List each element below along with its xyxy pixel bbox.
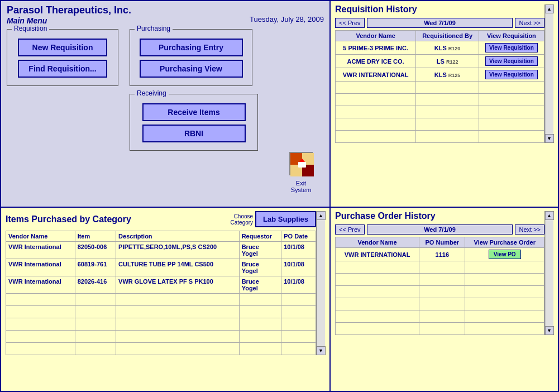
table-row: VWR INTERNATIONAL KLS R125 View Requisit… xyxy=(336,68,544,82)
items-purchased-title: Items Purchased by Category xyxy=(6,214,231,224)
req-by-cell: KLS R125 xyxy=(416,68,479,82)
exit-icon xyxy=(289,152,313,175)
view-po-button[interactable]: View PO xyxy=(489,250,521,259)
po-scroll-up[interactable]: ▲ xyxy=(545,211,554,220)
item-desc-cell: PIPETTE,SERO,10ML,PS,S CS200 xyxy=(116,242,240,259)
view-requisition-button[interactable]: View Requisition xyxy=(485,43,538,52)
item-vendor-cell: VWR International xyxy=(6,242,75,259)
po-num-cell: 1116 xyxy=(419,248,465,261)
item-requestor-cell: BruceYogel xyxy=(239,242,281,259)
item-date-cell: 10/1/08 xyxy=(281,242,316,259)
table-row: 5 PRIME-3 PRIME INC. KLS R120 View Requi… xyxy=(336,41,544,55)
req-by-cell: LS R122 xyxy=(416,55,479,68)
table-row: VWR INTERNATIONAL 1116 View PO xyxy=(336,248,544,261)
date-display: Tuesday, July 28, 2009 xyxy=(7,15,324,23)
table-row xyxy=(336,323,544,335)
list-item xyxy=(6,294,316,306)
table-row xyxy=(336,286,544,298)
item-col-desc: Description xyxy=(116,231,240,242)
req-view-cell: View Requisition xyxy=(479,68,544,82)
list-item xyxy=(6,343,316,355)
req-col-view: View Requisition xyxy=(479,31,544,41)
find-requisition-button[interactable]: Find Requisition... xyxy=(18,60,107,78)
category-button[interactable]: Lab Supplies xyxy=(255,211,316,227)
table-row xyxy=(336,131,544,143)
item-desc-cell: CULTURE TUBE PP 14ML CS500 xyxy=(116,259,240,276)
item-col-vendor: Vendor Name xyxy=(6,231,75,242)
choose-category-label: ChooseCategory xyxy=(231,213,254,226)
receive-items-button[interactable]: Receive Items xyxy=(142,103,246,121)
po-view-cell: View PO xyxy=(465,248,544,261)
table-row: ACME DRY ICE CO. LS R122 View Requisitio… xyxy=(336,55,544,68)
req-date-display: Wed 7/1/09 xyxy=(367,18,513,28)
list-item xyxy=(6,318,316,331)
item-date-cell: 10/1/08 xyxy=(281,276,316,294)
table-row xyxy=(336,298,544,310)
req-col-by: Requisitioned By xyxy=(416,31,479,41)
po-col-vendor: Vendor Name xyxy=(336,237,419,248)
item-col-po-date: PO Date xyxy=(281,231,316,242)
req-col-vendor: Vendor Name xyxy=(336,31,416,41)
item-requestor-cell: BruceYogel xyxy=(239,276,281,294)
requisition-history-table: Vendor Name Requisitioned By View Requis… xyxy=(335,30,544,143)
req-view-cell: View Requisition xyxy=(479,41,544,55)
req-view-cell: View Requisition xyxy=(479,55,544,68)
list-item: VWR International 82026-416 VWR GLOVE LA… xyxy=(6,276,316,294)
company-name: Parasol Therapeutics, Inc. xyxy=(7,4,324,16)
new-requisition-button[interactable]: New Requisition xyxy=(18,39,107,56)
purchasing-view-button[interactable]: Purchasing View xyxy=(140,60,243,78)
requisition-history-title: Requisition History xyxy=(335,4,544,15)
table-row xyxy=(336,94,544,106)
po-col-view: View Purchase Order xyxy=(465,237,544,248)
po-scroll-down[interactable]: ▼ xyxy=(545,326,554,335)
item-num-cell: 82050-006 xyxy=(75,242,116,259)
req-vendor-cell: 5 PRIME-3 PRIME INC. xyxy=(336,41,416,55)
req-next-button[interactable]: Next >> xyxy=(515,18,544,28)
po-col-num: PO Number xyxy=(419,237,465,248)
item-vendor-cell: VWR International xyxy=(6,276,75,294)
items-purchased-table: Vendor Name Item Description Requestor P… xyxy=(6,231,316,355)
item-col-requestor: Requestor xyxy=(239,231,281,242)
view-requisition-button[interactable]: View Requisition xyxy=(485,70,538,79)
svg-rect-3 xyxy=(298,162,306,168)
table-row xyxy=(336,274,544,286)
po-date-display: Wed 7/1/09 xyxy=(367,224,513,235)
list-item xyxy=(6,306,316,318)
exit-label: ExitSystem xyxy=(289,180,313,193)
rbni-button[interactable]: RBNI xyxy=(142,125,246,142)
item-vendor-cell: VWR International xyxy=(6,259,75,276)
item-col-item: Item xyxy=(75,231,116,242)
requisition-group-label: Requisition xyxy=(12,25,49,32)
item-num-cell: 82026-416 xyxy=(75,276,116,294)
item-requestor-cell: BruceYogel xyxy=(239,259,281,276)
receiving-group-label: Receiving xyxy=(135,89,169,97)
po-vendor-cell: VWR INTERNATIONAL xyxy=(336,248,419,261)
table-row xyxy=(336,261,544,274)
list-item xyxy=(6,331,316,343)
table-row xyxy=(336,310,544,323)
list-item: VWR International 60819-761 CULTURE TUBE… xyxy=(6,259,316,276)
table-row xyxy=(336,106,544,118)
purchasing-entry-button[interactable]: Purchasing Entry xyxy=(140,39,243,56)
po-prev-button[interactable]: << Prev xyxy=(335,224,365,235)
items-scroll-down[interactable]: ▼ xyxy=(317,346,326,355)
req-scroll-down[interactable]: ▼ xyxy=(545,134,554,143)
purchasing-group-label: Purchasing xyxy=(135,25,173,32)
po-next-button[interactable]: Next >> xyxy=(515,224,544,235)
req-by-cell: KLS R120 xyxy=(416,41,479,55)
view-requisition-button[interactable]: View Requisition xyxy=(485,56,538,66)
item-num-cell: 60819-761 xyxy=(75,259,116,276)
req-vendor-cell: ACME DRY ICE CO. xyxy=(336,55,416,68)
po-history-title: Purchase Order History xyxy=(335,211,544,221)
po-history-table: Vendor Name PO Number View Purchase Orde… xyxy=(335,237,544,335)
item-desc-cell: VWR GLOVE LATEX PF S PK100 xyxy=(116,276,240,294)
req-vendor-cell: VWR INTERNATIONAL xyxy=(336,68,416,82)
table-row xyxy=(336,82,544,94)
item-date-cell: 10/1/08 xyxy=(281,259,316,276)
items-scroll-up[interactable]: ▲ xyxy=(317,211,326,220)
req-scroll-up[interactable]: ▲ xyxy=(545,4,554,13)
list-item: VWR International 82050-006 PIPETTE,SERO… xyxy=(6,242,316,259)
table-row xyxy=(336,118,544,131)
req-prev-button[interactable]: << Prev xyxy=(335,18,365,28)
exit-area[interactable]: ExitSystem xyxy=(289,152,313,193)
